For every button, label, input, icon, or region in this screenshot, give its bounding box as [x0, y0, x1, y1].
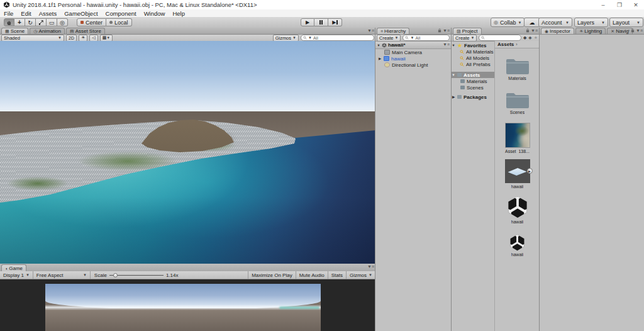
layers-dropdown[interactable]: Layers▼ — [574, 18, 608, 27]
tab-inspector[interactable]: ◉ Inspector — [541, 28, 574, 34]
scene-viewport[interactable]: y z x Persp — [0, 41, 375, 264]
tab-project[interactable]: ▨ Project — [453, 28, 482, 34]
pause-button[interactable] — [314, 18, 328, 26]
hierarchy-search-input[interactable]: ▼ All — [402, 35, 450, 41]
2d-toggle-button[interactable]: 2D — [66, 35, 77, 42]
inspector-panel: ◉ Inspector ☀ Lighting ✕ Navig › ▼≡ — [540, 28, 644, 331]
tree-assets-root[interactable]: ▼ Assets — [452, 72, 494, 78]
preview-expand-icon[interactable]: ▶ — [527, 168, 533, 174]
project-panel-menu-icon[interactable]: ▼≡ — [531, 28, 538, 33]
favorites-filter-star-icon[interactable]: ★ — [534, 35, 538, 40]
tab-asset-store[interactable]: ▤ Asset Store — [66, 28, 105, 34]
asset-item-materials[interactable]: Materials — [495, 57, 540, 81]
panel-divider[interactable] — [539, 28, 540, 331]
stats-toggle[interactable]: Stats — [328, 271, 346, 279]
menu-component[interactable]: Component — [102, 10, 140, 17]
hierarchy-item-directional-light[interactable]: Directional Light — [375, 62, 451, 68]
play-button[interactable]: ▶ — [301, 18, 314, 26]
tab-game[interactable]: ◖ Game — [1, 264, 26, 271]
rotate-icon: ↻ — [28, 20, 33, 26]
mute-audio-toggle[interactable]: Mute Audio — [296, 271, 328, 279]
tree-packages[interactable]: ▶ Packages — [452, 94, 494, 100]
search-by-type-icon[interactable]: ◆ — [523, 35, 526, 40]
scene-search-input[interactable]: ▼ All — [301, 35, 374, 41]
lock-icon[interactable] — [526, 28, 530, 33]
rect-tool-button[interactable]: ▭ — [47, 18, 57, 26]
lock-icon[interactable] — [438, 28, 441, 33]
asset-item-satellite-texture[interactable]: Asset_138... — [495, 123, 540, 154]
foldout-arrow-icon[interactable]: ▼ — [377, 43, 380, 47]
camera-icon — [384, 50, 390, 55]
asset-item-scenes[interactable]: Scenes — [495, 91, 540, 115]
search-by-label-icon[interactable]: ◈ — [528, 35, 531, 40]
scale-slider[interactable] — [109, 275, 164, 276]
aspect-dropdown[interactable]: Free Aspect▼ — [33, 271, 91, 279]
restore-button[interactable]: ❐ — [611, 0, 628, 9]
pivot-toggle-button[interactable]: Center — [77, 18, 106, 26]
tab-overflow-chevron-icon[interactable]: › — [628, 28, 630, 33]
menu-edit[interactable]: Edit — [17, 10, 35, 17]
tab-lighting[interactable]: ☀ Lighting — [575, 28, 606, 34]
menu-file[interactable]: File — [0, 10, 17, 17]
scene-row-menu-icon[interactable]: ▼≡ — [443, 42, 450, 47]
hierarchy-scene-row[interactable]: ▼ hawaii* ▼≡ — [375, 42, 451, 49]
asset-item-hawaii-mesh[interactable]: ▶ hawaii — [495, 159, 540, 189]
rotate-tool-button[interactable]: ↻ — [25, 18, 36, 26]
maximize-on-play-toggle[interactable]: Maximize On Play — [248, 271, 295, 279]
tree-all-materials[interactable]: All Materials — [452, 48, 494, 55]
menu-gameobject[interactable]: GameObject — [60, 10, 101, 17]
project-search-input[interactable] — [479, 35, 521, 41]
scale-slider-group: Scale 1.14x — [91, 272, 248, 278]
panel-divider[interactable] — [375, 28, 375, 331]
tab-scene[interactable]: ▦ Scene — [1, 28, 28, 34]
tree-scenes-folder[interactable]: Scenes — [452, 84, 494, 91]
project-create-dropdown[interactable]: Create▼ — [453, 35, 477, 42]
project-breadcrumb[interactable]: Assets › — [495, 41, 539, 48]
tree-all-models[interactable]: All Models — [452, 55, 494, 61]
game-ground — [45, 308, 321, 331]
scene-gizmos-dropdown[interactable]: Gizmos▼ — [273, 35, 299, 42]
hand-tool-button[interactable] — [4, 18, 14, 26]
asset-item-hawaii-model-2[interactable]: hawaii — [495, 231, 540, 257]
hierarchy-panel-menu-icon[interactable]: ▼≡ — [443, 28, 450, 33]
hierarchy-create-dropdown[interactable]: Create▼ — [377, 35, 401, 42]
scale-slider-handle[interactable] — [113, 273, 118, 278]
game-toolbar: Display 1▼ Free Aspect▼ Scale 1.14x Maxi… — [0, 271, 375, 279]
inspector-tabbar: ◉ Inspector ☀ Lighting ✕ Navig › ▼≡ — [540, 28, 644, 35]
transform-tool-button[interactable]: ◎ — [57, 18, 68, 26]
move-tool-button[interactable]: + — [14, 18, 25, 26]
menu-help[interactable]: Help — [169, 10, 189, 17]
scale-label: Scale — [94, 272, 107, 278]
space-toggle-button[interactable]: Local — [106, 18, 132, 26]
scene-effects-dropdown[interactable]: ▩▼ — [100, 35, 113, 42]
layout-dropdown[interactable]: Layout▼ — [609, 18, 643, 27]
scene-lighting-toggle[interactable]: ☀ — [79, 35, 87, 42]
hierarchy-item-main-camera[interactable]: Main Camera — [375, 49, 451, 55]
tree-materials-folder[interactable]: Materials — [452, 78, 494, 84]
game-panel-menu-icon[interactable]: ▼≡ — [367, 264, 374, 269]
account-dropdown[interactable]: Account▼ — [538, 18, 572, 27]
collab-dropdown[interactable]: ◎ Collab▼ — [491, 18, 525, 27]
scene-audio-toggle[interactable]: ◁ — [89, 35, 97, 42]
animation-tab-icon: ◷ — [33, 29, 37, 34]
hierarchy-item-hawaii[interactable]: ▶ hawaii — [375, 55, 451, 62]
tab-animation[interactable]: ◷ Animation — [30, 28, 65, 34]
minimize-button[interactable]: – — [595, 0, 611, 9]
scene-panel-menu-icon[interactable]: ▼≡ — [367, 28, 374, 33]
expand-arrow-icon[interactable]: ▶ — [378, 57, 382, 60]
menu-window[interactable]: Window — [140, 10, 169, 17]
lock-icon[interactable] — [631, 28, 635, 33]
display-dropdown[interactable]: Display 1▼ — [0, 271, 33, 279]
menu-assets[interactable]: Assets — [35, 10, 61, 17]
close-button[interactable]: ✕ — [628, 0, 644, 9]
tab-hierarchy[interactable]: ≡ Hierarchy — [377, 28, 409, 34]
tree-favorites[interactable]: ▼ ★ Favorites — [452, 42, 494, 48]
draw-mode-dropdown[interactable]: Shaded▼ — [1, 35, 64, 42]
tree-all-prefabs[interactable]: All Prefabs — [452, 61, 494, 67]
step-button[interactable]: ▶ — [328, 18, 342, 26]
asset-item-hawaii-model[interactable]: hawaii — [495, 196, 540, 224]
game-gizmos-dropdown[interactable]: Gizmos▼ — [346, 271, 375, 279]
game-viewport[interactable] — [0, 279, 375, 331]
inspector-panel-menu-icon[interactable]: ▼≡ — [636, 28, 643, 33]
scale-tool-button[interactable] — [36, 18, 47, 26]
